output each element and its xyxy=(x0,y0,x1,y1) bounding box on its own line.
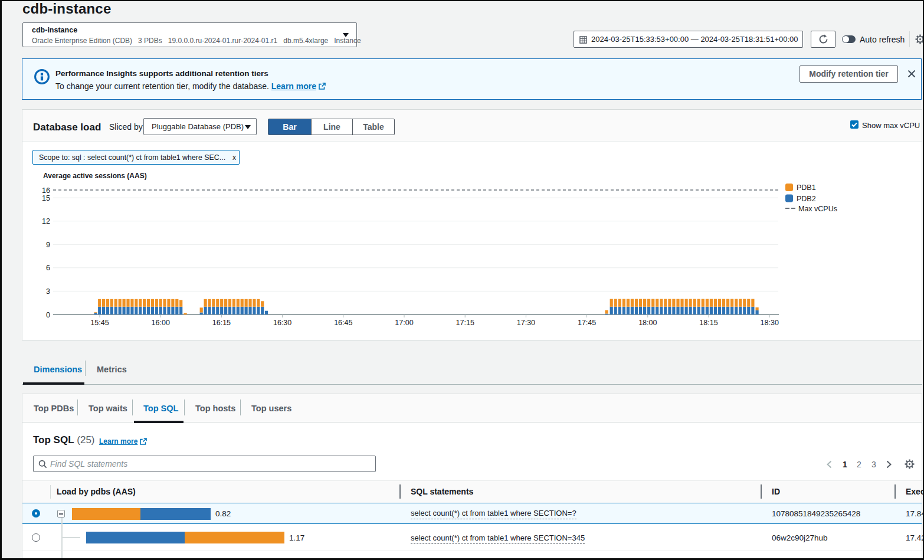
svg-text:PDB1: PDB1 xyxy=(797,184,816,192)
svg-text:17:00: 17:00 xyxy=(395,319,413,327)
svg-text:16:45: 16:45 xyxy=(334,319,352,327)
svg-text:15: 15 xyxy=(42,194,50,202)
svg-text:16: 16 xyxy=(42,186,50,195)
svg-text:15:45: 15:45 xyxy=(90,319,109,327)
svg-text:9: 9 xyxy=(46,241,50,249)
svg-text:17:30: 17:30 xyxy=(517,319,535,327)
svg-text:PDB2: PDB2 xyxy=(797,195,816,203)
svg-text:17:45: 17:45 xyxy=(578,319,596,327)
svg-text:12: 12 xyxy=(42,217,50,225)
svg-text:Max vCPUs: Max vCPUs xyxy=(798,205,837,213)
svg-text:18:00: 18:00 xyxy=(638,319,657,327)
svg-text:17:15: 17:15 xyxy=(456,319,474,327)
svg-text:18:15: 18:15 xyxy=(699,319,717,327)
svg-text:0: 0 xyxy=(46,311,50,319)
svg-text:16:30: 16:30 xyxy=(273,319,291,327)
svg-text:3: 3 xyxy=(46,287,50,296)
svg-text:16:15: 16:15 xyxy=(212,319,231,327)
svg-text:6: 6 xyxy=(46,264,50,272)
svg-text:16:00: 16:00 xyxy=(152,319,170,327)
svg-text:18:30: 18:30 xyxy=(761,319,779,327)
